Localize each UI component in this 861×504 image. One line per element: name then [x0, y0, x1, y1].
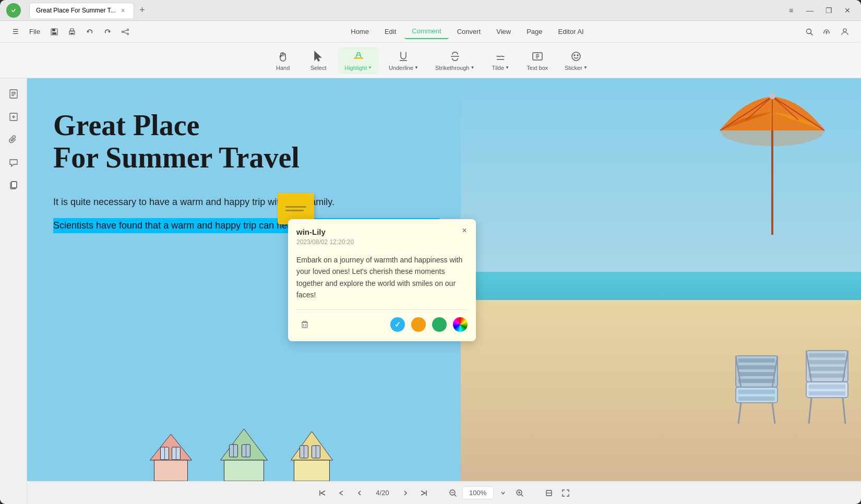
svg-line-10	[123, 30, 127, 31]
svg-point-63	[769, 93, 775, 99]
svg-point-8	[122, 31, 123, 32]
svg-rect-2	[52, 29, 55, 31]
tilde-label: Tilde ▼	[492, 65, 509, 71]
zoom-level-display[interactable]: 100%	[462, 486, 494, 499]
svg-point-7	[127, 29, 128, 30]
svg-rect-3	[52, 32, 56, 34]
svg-rect-39	[154, 460, 187, 481]
comment-delete-button[interactable]	[296, 316, 313, 333]
svg-point-25	[572, 52, 580, 61]
tab-active[interactable]: Great Place For Summer T... ×	[29, 3, 134, 18]
svg-rect-68	[738, 379, 775, 383]
tab-close-button[interactable]: ×	[119, 6, 127, 15]
cloud-upload-button[interactable]	[819, 24, 835, 40]
svg-rect-77	[809, 353, 845, 357]
nav-convert[interactable]: Convert	[450, 25, 488, 39]
svg-rect-83	[809, 391, 845, 395]
undo-button[interactable]	[82, 24, 98, 40]
svg-line-95	[454, 494, 456, 496]
user-menu-button[interactable]	[837, 24, 853, 40]
sticky-note-lines	[281, 202, 310, 215]
zoom-out-button[interactable]	[446, 486, 460, 500]
color-green-dot[interactable]	[432, 317, 447, 332]
go-first-button[interactable]	[315, 486, 330, 500]
zoom-area: 100%	[446, 486, 527, 500]
color-blue-dot[interactable]	[390, 317, 405, 332]
highlight-tool[interactable]: Highlight ▼	[338, 47, 378, 74]
fullscreen-button[interactable]	[558, 486, 573, 500]
sticker-label: Sticker ▼	[565, 65, 588, 71]
new-tab-button[interactable]: +	[136, 4, 149, 17]
nav-page[interactable]: Page	[519, 25, 549, 39]
color-orange-dot[interactable]	[411, 317, 426, 332]
menu-right	[802, 24, 853, 40]
comment-body-text: Embark on a journey of warmth and happin…	[296, 254, 468, 301]
page-heading: Great Place For Summer Travel	[53, 110, 440, 174]
nav-editor-ai[interactable]: Editor AI	[551, 25, 591, 39]
nav-home[interactable]: Home	[343, 25, 376, 39]
sidebar-add-icon[interactable]	[4, 107, 23, 126]
sidebar-comments-icon[interactable]	[4, 153, 23, 172]
comment-close-button[interactable]: ×	[458, 224, 471, 237]
app-window: Great Place For Summer T... × + ≡ — ❐ ✕ …	[0, 0, 861, 504]
maximize-button[interactable]: ❐	[821, 3, 836, 18]
next-page-button[interactable]	[398, 486, 412, 500]
underline-tool[interactable]: Underline ▼	[382, 47, 425, 74]
hamburger-icon[interactable]: ≡	[784, 3, 798, 18]
sticker-tool[interactable]: Sticker ▼	[558, 47, 594, 74]
tilde-tool[interactable]: Tilde ▼	[485, 47, 516, 74]
sidebar-attachment-icon[interactable]	[4, 130, 23, 149]
svg-rect-80	[809, 374, 845, 378]
share-button[interactable]	[117, 24, 133, 40]
svg-rect-70	[738, 390, 775, 394]
highlight-label: Highlight ▼	[344, 65, 372, 71]
hand-tool[interactable]: Hand	[267, 47, 298, 74]
svg-point-26	[574, 55, 575, 56]
print-button[interactable]	[64, 24, 80, 40]
svg-rect-36	[11, 182, 17, 188]
comment-popup: × win-Lily 2023/08/02 12:20:20 Embark on…	[288, 219, 476, 341]
pdf-area: Great Place For Summer Travel It is quit…	[27, 78, 861, 504]
svg-rect-45	[224, 460, 264, 481]
menu-toggle[interactable]: ☰	[8, 26, 23, 38]
nav-edit[interactable]: Edit	[377, 25, 403, 39]
svg-rect-66	[738, 365, 775, 369]
hand-label: Hand	[276, 65, 290, 71]
select-tool[interactable]: Select	[303, 47, 334, 74]
zoom-dropdown-button[interactable]	[496, 486, 510, 500]
sidebar-pages-icon[interactable]	[4, 176, 23, 195]
svg-rect-71	[738, 397, 775, 401]
app-logo	[6, 3, 21, 18]
svg-line-72	[738, 403, 741, 424]
sidebar-thumbnail-icon[interactable]	[4, 85, 23, 103]
strikethrough-label: Strikethrough ▼	[435, 65, 474, 71]
svg-point-9	[127, 33, 128, 34]
file-menu-item[interactable]: File	[25, 26, 44, 38]
hamburger-icon: ☰	[13, 28, 19, 35]
prev-page-button[interactable]	[353, 486, 367, 500]
tab-title: Great Place For Summer T...	[36, 7, 116, 14]
go-prev-button[interactable]	[334, 486, 349, 500]
go-last-button[interactable]	[416, 486, 431, 500]
left-sidebar	[0, 78, 27, 504]
svg-marker-38	[150, 434, 192, 460]
fit-page-button[interactable]	[542, 486, 556, 500]
strikethrough-tool[interactable]: Strikethrough ▼	[429, 47, 481, 74]
svg-rect-51	[294, 460, 329, 481]
svg-rect-79	[809, 367, 845, 371]
textbox-tool[interactable]: Text box	[520, 47, 554, 74]
select-label: Select	[310, 65, 327, 71]
search-button[interactable]	[802, 24, 817, 40]
nav-comment[interactable]: Comment	[404, 24, 448, 39]
svg-line-85	[843, 398, 845, 424]
svg-point-27	[577, 55, 578, 56]
save-button[interactable]	[46, 24, 62, 40]
nav-view[interactable]: View	[489, 25, 518, 39]
redo-button[interactable]	[100, 24, 115, 40]
toolbar: Hand Select Highlight ▼	[0, 43, 861, 78]
minimize-button[interactable]: —	[803, 3, 817, 18]
close-button[interactable]: ✕	[840, 3, 855, 18]
svg-rect-15	[354, 57, 363, 59]
color-multi-dot[interactable]	[453, 317, 468, 332]
zoom-in-button[interactable]	[512, 486, 527, 500]
